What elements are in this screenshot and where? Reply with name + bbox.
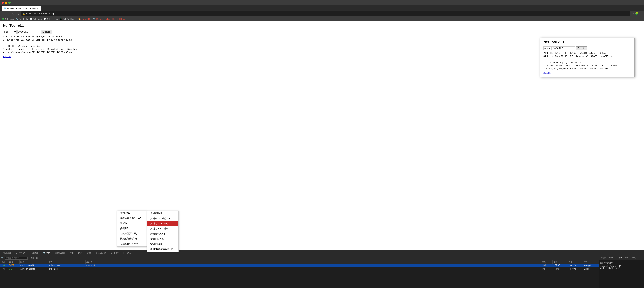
window-maximize-btn[interactable]	[8, 1, 10, 4]
browser-titlebar	[0, 0, 644, 5]
preview-output-line-2: 64 bytes from 10.10.16.5: icmp_seq=1 ttl…	[544, 55, 631, 58]
sm-copy-url[interactable]: 复制网址(U)	[147, 211, 178, 216]
preview-content: Net Tool v0.1 ping Execute! PING 10.10.1…	[540, 38, 634, 76]
bookmark-google-hacking-db[interactable]: 🔍 Google Hacking DB	[93, 18, 114, 20]
preview-tool-select[interactable]: ping	[544, 46, 552, 50]
tab-favicon: 🌐	[4, 7, 6, 9]
bookmark-kali-forums[interactable]: 💬 Kali Forums	[44, 18, 58, 20]
cm-fetch-in-console[interactable]: 在控制台中 Fetch	[117, 241, 147, 245]
lock-icon: 🔒	[23, 13, 25, 15]
context-submenu: 复制网址(U) 复制 POST 数据(D) 复制为 cURL 命令 复制为 Fe…	[147, 211, 178, 245]
address-text: admin.cronos.htb/welcome.php	[26, 12, 54, 15]
preview-overlay: Net Tool v0.1 ping Execute! PING 10.10.1…	[540, 38, 634, 77]
bookmark-kali-linux[interactable]: 🐉 Kali Linux	[2, 18, 14, 20]
preview-output-line-4: --- 10.10.16.5 ping statistics ---	[544, 61, 631, 64]
home-btn[interactable]: ⌂	[16, 12, 20, 15]
tool-select[interactable]: ping traceroute	[3, 30, 16, 34]
preview-sign-out-link[interactable]: Sign Out	[544, 72, 552, 74]
preview-execute-button[interactable]: Execute!	[576, 46, 587, 50]
cm-copy[interactable]: 复制(C) ▶	[117, 211, 147, 216]
bookmark-offsec[interactable]: 🛡 OffSec	[116, 18, 125, 20]
preview-output-line-1: PING 10.10.16.5 (10.10.16.5) 56(84) byte…	[544, 52, 631, 55]
refresh-btn[interactable]: ↻	[11, 12, 15, 15]
sm-copy-response-headers[interactable]: 复制响应头(S)	[147, 236, 178, 242]
extensions-icon[interactable]: 🧩	[635, 12, 638, 15]
tool-input[interactable]	[17, 30, 40, 34]
address-bar[interactable]: 🔒 admin.cronos.htb/welcome.php	[21, 11, 630, 16]
bookmark-star-icon[interactable]: ☆	[632, 12, 634, 15]
sm-copy-curl[interactable]: 复制为 cURL 命令	[147, 221, 178, 226]
preview-title: Net Tool v0.1	[544, 40, 631, 44]
bookmarks-bar: 🐉 Kali Linux 🔧 Kali Tools 📄 Kali Docs 💬 …	[0, 16, 644, 21]
bookmark-kali-docs[interactable]: 📄 Kali Docs	[30, 18, 42, 20]
bookmark-kali-nethunter[interactable]: 📱 Kali NetHunter	[60, 18, 76, 20]
kali-linux-icon: 🐉	[2, 18, 4, 20]
nav-controls: ← → ↻ ⌂ 🔒 admin.cronos.htb/welcome.php ☆…	[0, 10, 644, 16]
google-hacking-db-icon: 🔍	[93, 18, 96, 20]
bookmark-exploit-db[interactable]: 💥 Exploit-DB	[78, 18, 91, 20]
page-title: Net Tool v0.1	[3, 24, 641, 28]
sm-copy-fetch[interactable]: 复制为 Fetch 语句	[147, 226, 178, 231]
kali-nethunter-icon: 📱	[60, 18, 62, 20]
sm-copy-request-headers[interactable]: 复制请求头(Q)	[147, 231, 178, 236]
kali-docs-icon: 📄	[30, 18, 32, 20]
exploit-db-icon: 💥	[78, 18, 81, 20]
preview-output-line-6: rtt min/avg/max/mdev = 625.141/625.141/6…	[544, 67, 631, 70]
tab-bar: 🌐 admin.cronos.htb/welcome.php ✕ +	[0, 5, 644, 10]
cm-performance-analysis[interactable]: 开始性能分析(A)...	[117, 236, 147, 241]
preview-output-line-5: 1 packets transmitted, 1 received, 0% pa…	[544, 64, 631, 67]
preview-tool-input[interactable]	[552, 46, 575, 50]
tool-form: ping traceroute Execute!	[3, 30, 641, 34]
tab-label: admin.cronos.htb/welcome.php	[7, 7, 36, 9]
forward-btn[interactable]: →	[6, 12, 10, 15]
kali-tools-icon: 🔧	[16, 18, 18, 20]
browser-chrome: 🌐 admin.cronos.htb/welcome.php ✕ + ← → ↻…	[0, 0, 644, 21]
cm-intercept-url[interactable]: 拦截 URL	[117, 226, 147, 231]
back-btn[interactable]: ←	[2, 12, 5, 15]
execute-button[interactable]: Execute!	[41, 30, 52, 34]
window-minimize-btn[interactable]	[5, 1, 7, 4]
cm-save-har[interactable]: 所有内容另存为 HAR	[117, 216, 147, 221]
cm-reset[interactable]: 重置(b)	[117, 221, 147, 226]
preview-tool-form: ping Execute!	[544, 46, 631, 50]
kali-forums-icon: 💬	[44, 18, 46, 20]
context-menu: 复制(C) ▶ 所有内容另存为 HAR 重置(b) 拦截 URL 新建标签页打开…	[117, 211, 147, 245]
offsec-icon: 🛡	[116, 18, 118, 20]
sign-out-link[interactable]: Sign Out	[3, 55, 11, 58]
bookmark-kali-tools[interactable]: 🔧 Kali Tools	[16, 18, 28, 20]
browser-menu-icon[interactable]: ⋮	[640, 12, 642, 15]
cm-open-new-tab[interactable]: 新建标签页打开(I)	[117, 231, 147, 236]
sm-copy-response[interactable]: 复制响应(R)	[147, 242, 178, 245]
sm-copy-post-data[interactable]: 复制 POST 数据(D)	[147, 216, 178, 221]
preview-output-line-3	[544, 58, 631, 61]
tab-close-icon[interactable]: ✕	[37, 7, 39, 9]
window-close-btn[interactable]	[2, 1, 4, 4]
preview-output-container: PING 10.10.16.5 (10.10.16.5) 56(84) byte…	[544, 52, 631, 70]
new-tab-btn[interactable]: +	[42, 6, 46, 10]
active-tab[interactable]: 🌐 admin.cronos.htb/welcome.php ✕	[2, 6, 41, 10]
